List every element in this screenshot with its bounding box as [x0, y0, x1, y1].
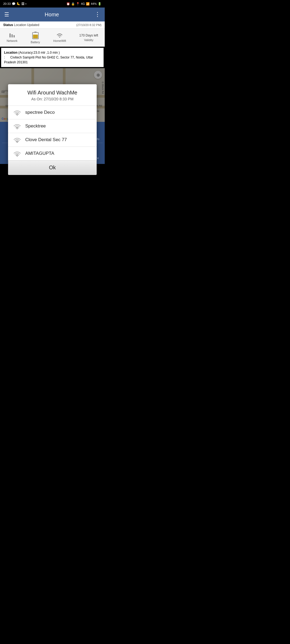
wifi-signal-icon: [13, 123, 21, 129]
status-bar-left: 20:33 💬 🦶 🖼 •: [3, 2, 26, 6]
ok-button[interactable]: Ok: [9, 161, 96, 174]
dialog-title: Wifi Around WachMe: [12, 90, 92, 96]
validity-status: 170 Days left Validity: [79, 34, 98, 42]
dot-indicator: •: [26, 2, 27, 5]
network-icon: [9, 33, 16, 38]
app-header: ☰ Home ⋮: [0, 8, 105, 21]
wifi-signal-icon: [13, 109, 21, 115]
location-row: Location (Accuracy:23.0 mtr ,1.0 min ) :…: [1, 48, 104, 67]
alarm-icon: ⏰: [66, 2, 70, 6]
svg-point-7: [17, 115, 18, 115]
network-type: 4G: [81, 2, 85, 5]
bluetooth-icon: 🦶: [17, 2, 20, 6]
wifi-network-list: spectree Deco Specktree: [8, 105, 97, 160]
list-item: Specktree: [8, 119, 97, 133]
more-options-icon[interactable]: ⋮: [95, 11, 100, 18]
svg-rect-4: [34, 32, 37, 33]
image-icon: 🖼: [21, 2, 24, 5]
network-name: Clove Dental Sec 77: [25, 137, 67, 142]
dialog-header: Wifi Around WachMe As On: 27/10/20 8:33 …: [8, 84, 97, 102]
security-icon: 🔒: [71, 2, 75, 6]
svg-rect-2: [13, 35, 15, 38]
svg-point-10: [17, 156, 18, 156]
svg-point-6: [59, 36, 60, 38]
status-bar: 20:33 💬 🦶 🖼 • ⏰ 🔒 📍 4G 📶 44% 🔋: [0, 0, 105, 8]
network-label: Network: [7, 39, 17, 42]
dialog-overlay: Wifi Around WachMe As On: 27/10/20 8:33 …: [0, 68, 105, 122]
location-label: Location: [4, 51, 17, 54]
battery-percent: 44%: [91, 2, 97, 5]
network-status: Network: [7, 33, 17, 42]
status-value: Location Updated: [14, 23, 39, 27]
svg-point-8: [17, 128, 18, 129]
wifi-signal-icon: [13, 151, 21, 156]
svg-rect-5: [33, 35, 38, 38]
dialog-footer: Ok: [8, 160, 97, 175]
wifi-signal-icon: [13, 137, 21, 143]
dialog-subtitle: As On: 27/10/20 8:33 PM: [12, 97, 92, 101]
location-address: Civitech Sampriti Plot No GH02 C, Sector…: [4, 56, 93, 64]
status-time-detail: (27/10/20 8:32 PM): [76, 23, 102, 27]
wifi-dialog: Wifi Around WachMe As On: 27/10/20 8:33 …: [8, 84, 97, 175]
status-label: Status: [3, 23, 13, 27]
homewifi-label: HomeWifi: [53, 39, 66, 42]
battery-status: Battery: [31, 31, 40, 44]
app-title: Home: [45, 12, 59, 18]
svg-rect-0: [9, 33, 10, 37]
status-time: 20:33: [3, 2, 11, 5]
status-row: Status Location Updated (27/10/20 8:32 P…: [0, 21, 105, 29]
message-icon: 💬: [12, 2, 16, 6]
hamburger-icon[interactable]: ☰: [4, 11, 9, 18]
location-accuracy: (Accuracy:23.0 mtr ,1.0 min ): [18, 51, 60, 54]
list-item: AMITAGUPTA: [8, 147, 97, 160]
map-dialog-container: Sector 78 Main Rd Sector 116 Main Rd Spo…: [0, 68, 105, 122]
battery-info-icon: [32, 31, 39, 39]
validity-label: Validity: [84, 38, 93, 42]
list-item: spectree Deco: [8, 105, 97, 119]
location-colon: :: [4, 56, 9, 59]
info-icons-row: Network Battery HomeWifi 170 Days left V…: [0, 29, 105, 47]
network-name: AMITAGUPTA: [25, 151, 54, 156]
signal-icon: 📶: [86, 2, 90, 6]
validity-days: 170 Days left: [79, 34, 98, 37]
svg-point-9: [17, 142, 18, 143]
homewifi-status: HomeWifi: [53, 33, 66, 42]
status-bar-right: ⏰ 🔒 📍 4G 📶 44% 🔋: [66, 2, 102, 6]
battery-label: Battery: [31, 41, 40, 44]
homewifi-icon: [56, 33, 63, 38]
location-icon: 📍: [76, 2, 80, 6]
svg-rect-1: [12, 34, 13, 38]
list-item: Clove Dental Sec 77: [8, 133, 97, 147]
network-name: spectree Deco: [25, 110, 55, 115]
battery-icon: 🔋: [98, 2, 102, 6]
network-name: Specktree: [25, 123, 46, 129]
